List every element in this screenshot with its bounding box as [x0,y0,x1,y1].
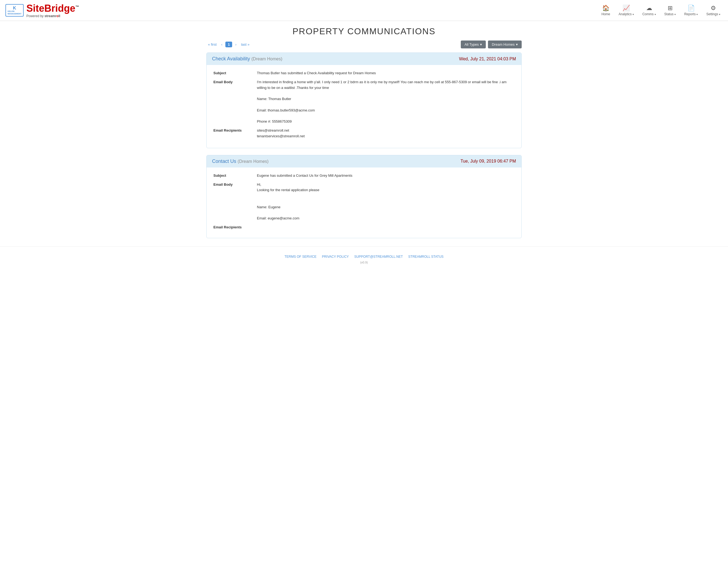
footer: TERMS OF SERVICE PRIVACY POLICY SUPPORT@… [0,246,728,267]
nav-settings[interactable]: ⚙ Settings ▾ [704,3,723,17]
terms-link[interactable]: TERMS OF SERVICE [284,255,316,259]
logo-brand: streamroll [45,14,60,18]
logo-area: SiteBridge™ Powered by streamroll [26,3,79,18]
comm-2-property: (Dream Homes) [238,159,269,164]
comm-1-recipients-row: Email Recipients sites@streamroll.net te… [213,128,515,139]
comm-card-2: Contact Us (Dream Homes) Tue, July 09, 2… [206,155,522,238]
main-nav: 🏠 Home 📈 Analytics ▾ ☁ Comms ▾ ⊞ Status … [599,3,723,17]
comm-1-body-value: I'm interested in finding a home with y'… [257,79,515,125]
pagination-bar: « first ‹ 1 › last » All Types ▾ Dream H… [206,41,522,48]
filters: All Types ▾ Dream Homes ▾ [461,41,522,48]
pagination-current[interactable]: 1 [225,42,232,47]
comm-1-subject-value: Thomas Butler has submitted a Check Avai… [257,70,515,76]
type-filter-button[interactable]: All Types ▾ [461,41,486,48]
settings-dropdown-arrow: ▾ [719,13,720,16]
streamroll-status-link[interactable]: STREAMROLL STATUS [408,255,444,259]
pagination-first[interactable]: « first [206,42,218,47]
comm-2-recipients-value [257,225,515,229]
subject-label: Subject [213,70,257,76]
support-link[interactable]: SUPPORT@STREAMROLL.NET [354,255,403,259]
email-recipients-label: Email Recipients [213,128,257,139]
kelvin-badge: K KELVINMANAGEMENT [5,4,24,17]
pagination-prev[interactable]: ‹ [220,42,224,47]
comms-icon: ☁ [646,5,652,12]
nav-status[interactable]: ⊞ Status ▾ [662,3,678,17]
nav-comms[interactable]: ☁ Comms ▾ [640,3,658,17]
comm-card-2-header: Contact Us (Dream Homes) Tue, July 09, 2… [207,155,521,167]
logo-title: SiteBridge™ [26,3,79,14]
header: K KELVINMANAGEMENT SiteBridge™ Powered b… [0,0,728,21]
comm-card-1-header: Check Availability (Dream Homes) Wed, Ju… [207,53,521,65]
comm-1-type: Check Availability [212,56,250,61]
reports-dropdown-arrow: ▾ [696,13,698,16]
analytics-dropdown-arrow: ▾ [633,13,634,16]
reports-icon: 📄 [687,5,695,12]
comm-1-property: (Dream Homes) [251,57,282,61]
comm-2-subject-value: Eugene has submitted a Contact Us for Gr… [257,173,515,179]
settings-icon: ⚙ [711,5,716,12]
nav-analytics[interactable]: 📈 Analytics ▾ [617,3,636,17]
pagination-next[interactable]: › [234,42,238,47]
logo-trademark: ™ [75,5,79,9]
comm-card-1-body: Subject Thomas Butler has submitted a Ch… [207,65,521,148]
analytics-icon: 📈 [623,5,630,12]
home-icon: 🏠 [602,5,609,12]
status-dropdown-arrow: ▾ [674,13,676,16]
comm-card-2-date: Tue, July 09, 2019 06:47 PM [461,159,516,164]
comm-1-subject-row: Subject Thomas Butler has submitted a Ch… [213,70,515,76]
property-filter-dropdown-icon: ▾ [516,42,518,46]
logo-subtitle: Powered by streamroll [26,14,79,18]
comm-2-type: Contact Us [212,159,236,164]
email-recipients-label-2: Email Recipients [213,225,257,229]
comm-card-1-title: Check Availability (Dream Homes) [212,56,282,62]
page-title: PROPERTY COMMUNICATIONS [0,21,728,41]
kelvin-text: KELVINMANAGEMENT [8,10,21,15]
email-body-label: Email Body [213,79,257,125]
comm-1-body-row: Email Body I'm interested in finding a h… [213,79,515,125]
subject-label-2: Subject [213,173,257,179]
comm-card-2-title: Contact Us (Dream Homes) [212,159,269,164]
home-label: Home [602,12,610,16]
type-filter-dropdown-icon: ▾ [480,42,482,46]
pagination-last[interactable]: last » [239,42,251,47]
header-left: K KELVINMANAGEMENT SiteBridge™ Powered b… [5,3,79,18]
comm-2-body-row: Email Body Hi, Looking for the rental ap… [213,182,515,222]
email-body-label-2: Email Body [213,182,257,222]
status-icon: ⊞ [668,5,673,12]
content-area: « first ‹ 1 › last » All Types ▾ Dream H… [201,41,527,238]
pagination: « first ‹ 1 › last » [206,42,251,47]
nav-home[interactable]: 🏠 Home [599,3,612,17]
property-filter-label: Dream Homes [492,42,515,46]
type-filter-label: All Types [465,42,479,46]
property-filter-button[interactable]: Dream Homes ▾ [488,41,522,48]
kelvin-letter: K [13,6,16,11]
privacy-link[interactable]: PRIVACY POLICY [322,255,349,259]
comm-card-1: Check Availability (Dream Homes) Wed, Ju… [206,52,522,148]
comms-dropdown-arrow: ▾ [655,13,656,16]
footer-version: (v0.9) [5,261,723,264]
footer-links: TERMS OF SERVICE PRIVACY POLICY SUPPORT@… [5,255,723,259]
nav-reports[interactable]: 📄 Reports ▾ [682,3,700,17]
comm-2-subject-row: Subject Eugene has submitted a Contact U… [213,173,515,179]
comm-card-1-date: Wed, July 21, 2021 04:03 PM [459,57,516,61]
comm-1-recipients-value: sites@streamroll.net tenantservices@stre… [257,128,515,139]
comm-card-2-body: Subject Eugene has submitted a Contact U… [207,167,521,238]
comm-2-recipients-row: Email Recipients [213,225,515,229]
comm-2-body-value: Hi, Looking for the rental application p… [257,182,515,222]
